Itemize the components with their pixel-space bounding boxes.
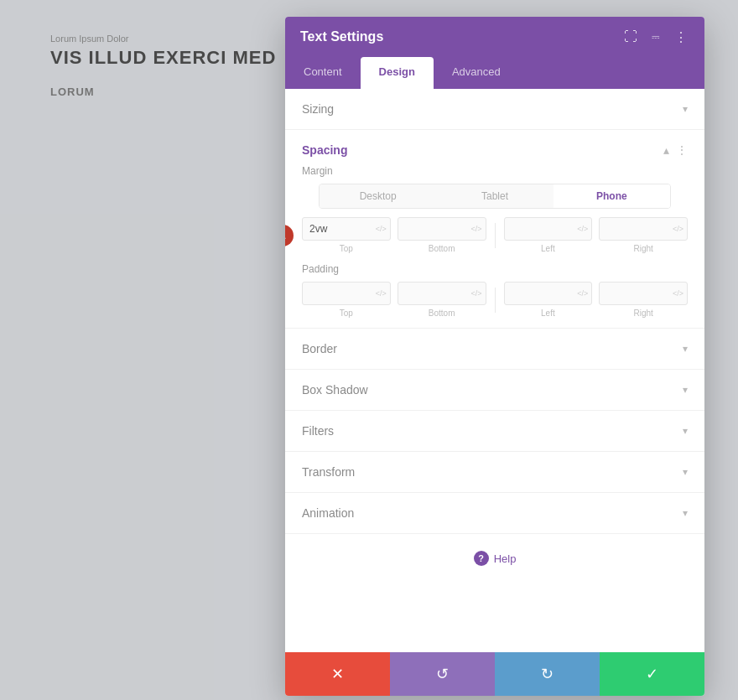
help-icon: ? bbox=[474, 551, 489, 566]
margin-top-pair: </> Top bbox=[302, 217, 391, 253]
filters-header[interactable]: Filters ▾ bbox=[285, 411, 704, 451]
text-settings-modal: Text Settings ⛶ ⎓ ⋮ Content Design Advan… bbox=[285, 17, 704, 696]
padding-group: Padding </> Top </> Bott bbox=[285, 263, 704, 318]
padding-right-pair: </> Right bbox=[599, 282, 688, 318]
columns-icon[interactable]: ⎓ bbox=[647, 29, 664, 45]
sizing-title: Sizing bbox=[302, 102, 334, 116]
confirm-icon: ✓ bbox=[646, 665, 658, 683]
margin-right-field-wrapper: </> bbox=[599, 217, 688, 241]
sizing-section: Sizing ▾ bbox=[285, 89, 704, 130]
spacing-collapse-icon[interactable]: ▴ bbox=[663, 143, 669, 157]
transform-title: Transform bbox=[302, 465, 355, 479]
fullscreen-icon[interactable]: ⛶ bbox=[622, 29, 639, 45]
box-shadow-section: Box Shadow ▾ bbox=[285, 370, 704, 411]
undo-button[interactable]: ↺ bbox=[390, 652, 495, 696]
device-tab-tablet[interactable]: Tablet bbox=[436, 184, 553, 208]
animation-title: Animation bbox=[302, 506, 354, 520]
transform-header[interactable]: Transform ▾ bbox=[285, 452, 704, 492]
padding-bottom-label: Bottom bbox=[429, 309, 455, 318]
spacing-section: Spacing ▴ ⋮ Margin Desktop Tablet Phone … bbox=[285, 130, 704, 329]
padding-left-pair: </> Left bbox=[504, 282, 593, 318]
padding-bottom-field-wrapper: </> bbox=[398, 282, 486, 305]
cancel-button[interactable]: ✕ bbox=[285, 652, 390, 696]
spacing-header: Spacing ▴ ⋮ bbox=[285, 130, 704, 165]
confirm-button[interactable]: ✓ bbox=[600, 652, 704, 696]
margin-bottom-field-wrapper: </> bbox=[398, 217, 486, 241]
border-header[interactable]: Border ▾ bbox=[285, 329, 704, 369]
undo-icon: ↺ bbox=[436, 665, 449, 683]
padding-top-code-icon: </> bbox=[376, 289, 387, 298]
margin-group: Margin Desktop Tablet Phone 1 </> bbox=[285, 165, 704, 253]
border-section: Border ▾ bbox=[285, 329, 704, 370]
modal-tabs: Content Design Advanced bbox=[285, 57, 704, 89]
cancel-icon: ✕ bbox=[331, 665, 344, 683]
padding-label: Padding bbox=[302, 263, 688, 275]
modal-body[interactable]: Sizing ▾ Spacing ▴ ⋮ Margin Desktop Tabl… bbox=[285, 89, 704, 652]
tab-design[interactable]: Design bbox=[361, 57, 434, 89]
margin-top-label: Top bbox=[340, 244, 353, 253]
padding-left-code-icon: </> bbox=[577, 289, 588, 298]
animation-section: Animation ▾ bbox=[285, 493, 704, 534]
padding-left-label: Left bbox=[541, 309, 555, 318]
margin-inputs-row: </> Top </> Bottom bbox=[302, 217, 688, 253]
border-chevron: ▾ bbox=[683, 343, 688, 355]
box-shadow-title: Box Shadow bbox=[302, 383, 368, 397]
transform-section: Transform ▾ bbox=[285, 452, 704, 493]
padding-right-field-wrapper: </> bbox=[599, 282, 688, 305]
padding-top-pair: </> Top bbox=[302, 282, 391, 318]
modal-header-icons: ⛶ ⎓ ⋮ bbox=[622, 29, 689, 45]
box-shadow-chevron: ▾ bbox=[683, 384, 688, 396]
spacing-icons: ▴ ⋮ bbox=[663, 143, 688, 157]
margin-right-label: Right bbox=[633, 244, 652, 253]
animation-header[interactable]: Animation ▾ bbox=[285, 493, 704, 533]
padding-bottom-code-icon: </> bbox=[470, 289, 481, 298]
filters-title: Filters bbox=[302, 424, 334, 438]
step-badge: 1 bbox=[285, 225, 294, 246]
margin-top-code-icon: </> bbox=[376, 225, 387, 233]
padding-left-field-wrapper: </> bbox=[504, 282, 593, 305]
margin-left-pair: </> Left bbox=[504, 217, 593, 253]
margin-divider bbox=[495, 223, 496, 248]
margin-top-field-wrapper: </> bbox=[302, 217, 391, 241]
animation-chevron: ▾ bbox=[683, 507, 688, 519]
redo-icon: ↻ bbox=[541, 665, 554, 683]
padding-right-code-icon: </> bbox=[673, 289, 683, 298]
device-tab-phone[interactable]: Phone bbox=[554, 184, 670, 208]
margin-bottom-label: Bottom bbox=[429, 244, 455, 253]
transform-chevron: ▾ bbox=[683, 466, 688, 478]
spacing-title: Spacing bbox=[302, 143, 347, 157]
padding-inputs-row: </> Top </> Bottom bbox=[302, 282, 688, 318]
padding-divider bbox=[495, 288, 496, 313]
help-label: Help bbox=[494, 552, 517, 565]
margin-label: Margin bbox=[302, 165, 688, 177]
margin-left-field-wrapper: </> bbox=[504, 217, 593, 241]
device-tab-desktop[interactable]: Desktop bbox=[320, 184, 436, 208]
sizing-chevron: ▾ bbox=[683, 103, 688, 115]
tab-content[interactable]: Content bbox=[285, 57, 361, 89]
margin-left-label: Left bbox=[541, 244, 555, 253]
padding-right-label: Right bbox=[633, 309, 652, 318]
padding-bottom-pair: </> Bottom bbox=[398, 282, 486, 318]
margin-bottom-code-icon: </> bbox=[470, 225, 481, 233]
margin-inputs-wrapper: 1 </> Top </> bbox=[302, 217, 688, 253]
filters-chevron: ▾ bbox=[683, 425, 688, 437]
modal-header: Text Settings ⛶ ⎓ ⋮ bbox=[285, 17, 704, 57]
sizing-header[interactable]: Sizing ▾ bbox=[285, 89, 704, 129]
margin-left-code-icon: </> bbox=[577, 225, 588, 233]
tab-advanced[interactable]: Advanced bbox=[434, 57, 519, 89]
filters-section: Filters ▾ bbox=[285, 411, 704, 452]
redo-button[interactable]: ↻ bbox=[495, 652, 600, 696]
margin-right-pair: </> Right bbox=[599, 217, 688, 253]
border-title: Border bbox=[302, 342, 337, 355]
margin-bottom-pair: </> Bottom bbox=[398, 217, 486, 253]
spacing-more-icon[interactable]: ⋮ bbox=[676, 143, 688, 157]
modal-footer: ✕ ↺ ↻ ✓ bbox=[285, 652, 704, 696]
device-tabs: Desktop Tablet Phone bbox=[319, 184, 671, 209]
padding-top-field-wrapper: </> bbox=[302, 282, 391, 305]
margin-right-code-icon: </> bbox=[673, 225, 683, 233]
padding-top-label: Top bbox=[340, 309, 353, 318]
help-row[interactable]: ? Help bbox=[285, 534, 704, 583]
box-shadow-header[interactable]: Box Shadow ▾ bbox=[285, 370, 704, 410]
more-vertical-icon[interactable]: ⋮ bbox=[673, 29, 689, 45]
modal-title: Text Settings bbox=[300, 29, 383, 44]
